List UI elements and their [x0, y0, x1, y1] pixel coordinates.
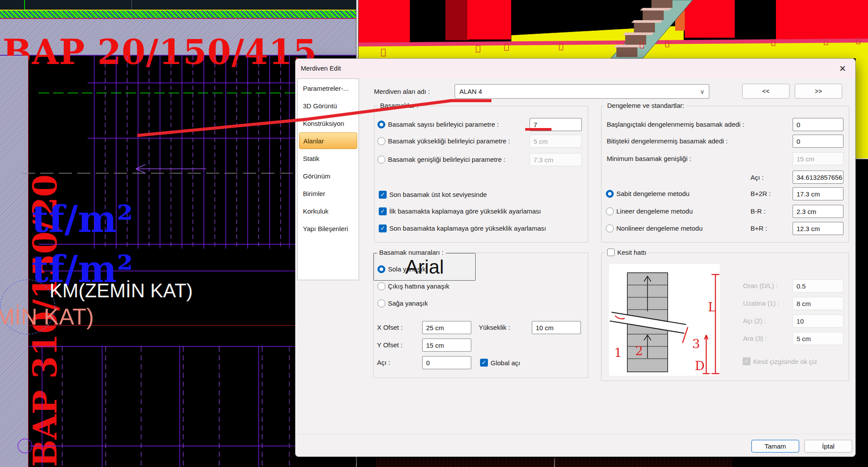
- area-name-label: Merdiven alan adı :: [374, 88, 430, 95]
- dengeleme-method-radio-0[interactable]: [606, 190, 614, 198]
- kesit-param-label-2: Açı (2) :: [743, 317, 766, 324]
- dengeleme-method-radio-2[interactable]: [606, 225, 614, 232]
- cad-gray-vline: [132, 0, 132, 10]
- 3d-column: [776, 0, 868, 39]
- basamak-option-checkbox-0[interactable]: ✓: [379, 191, 387, 199]
- align-radio-2[interactable]: [377, 299, 385, 307]
- dengeleme-dim-field-2[interactable]: 12.3 cm: [793, 222, 843, 235]
- diagram-label-3: 3: [692, 337, 700, 351]
- kesit-param-field-2[interactable]: 10: [793, 314, 843, 328]
- dengeleme-dim-label-1: B-R :: [751, 207, 765, 215]
- prev-area-button[interactable]: <<: [742, 84, 790, 99]
- basamak-option-checkbox-2[interactable]: ✓: [379, 225, 387, 232]
- dengeleme-method-label-1: Lineer dengeleme metodu: [616, 207, 693, 215]
- sidebar-item-birimler[interactable]: Birimler: [299, 185, 357, 202]
- load-label-1: tf/m²: [32, 201, 133, 238]
- sidebar-item-korkuluk[interactable]: Korkuluk: [299, 203, 357, 219]
- align-radio-0[interactable]: [377, 265, 385, 273]
- bottom-divider-line: [356, 457, 357, 467]
- sidebar-item-parametreler-[interactable]: Parametreler-...: [299, 80, 357, 96]
- group-dengeleme-legend: Dengeleme ve standartlar:: [605, 102, 687, 109]
- group-kesit-hatti: Kesit hattı 1 2 3 L D: [601, 253, 849, 381]
- kesit-hatti-label: Kesit hattı: [617, 249, 647, 256]
- numaralar-aci-label: Açı :: [377, 359, 390, 366]
- basamak-param-label-1: Basamak yüksekliği belirleyici parametre…: [388, 137, 510, 145]
- basamak-param-label-0: Basamak sayısı belirleyici parametre :: [388, 121, 499, 128]
- kesit-param-label-1: Uzatma (1) :: [743, 299, 779, 307]
- dengeleme-method-label-0: Sabit dengeleme metodu: [616, 190, 690, 197]
- cad-lavender-band: BAP 20/150/415: [0, 19, 356, 56]
- diagram-label-1: 1: [614, 346, 622, 360]
- sidebar-item-konstr-ksiyon[interactable]: Konstrüksiyon: [299, 115, 357, 132]
- aci-field[interactable]: 34.6132857656: [793, 171, 843, 184]
- group-numaralar-legend: Basamak numaraları :: [377, 249, 446, 256]
- global-aci-label: Global açı: [491, 359, 520, 367]
- align-label-2: Sağa yanaşık: [388, 299, 428, 307]
- basamak-option-checkbox-1[interactable]: ✓: [379, 207, 387, 215]
- cancel-button[interactable]: İptal: [804, 440, 852, 453]
- 3d-column-shaded: [445, 0, 469, 40]
- basamak-param-radio-1[interactable]: [377, 137, 385, 145]
- sidebar-item-3d-g-r-nt-[interactable]: 3D Görüntü: [299, 97, 357, 114]
- basamak-param-field-1[interactable]: 5 cm: [530, 135, 582, 148]
- dengeleme-dim-field-0[interactable]: 17.3 cm: [793, 187, 843, 200]
- 3d-viewport: [359, 0, 868, 58]
- 3d-column: [467, 0, 511, 39]
- cad-green-vline: [24, 0, 25, 10]
- floor-level-label-partial: MİN KAT): [0, 303, 94, 330]
- global-aci-checkbox[interactable]: ✓: [480, 359, 488, 367]
- sidebar-item-g-r-n-m[interactable]: Görünüm: [299, 168, 357, 184]
- dengeleme-counter-label-0: Başlangıçtaki dengelenmemiş basamak aded…: [607, 121, 744, 128]
- align-label-1: Çıkış hattına yanaşık: [388, 282, 449, 290]
- dialog-sidebar: Parametreler-...3D GörüntüKonstrüksiyonA…: [297, 78, 359, 280]
- y-ofset-label: Y Ofset :: [377, 341, 402, 349]
- dengeleme-method-radio-1[interactable]: [606, 207, 614, 215]
- numaralar-aci-field[interactable]: 0: [422, 356, 471, 369]
- y-ofset-field[interactable]: 15 cm: [422, 339, 471, 352]
- dialog-titlebar[interactable]: Merdiven Edit ✕: [295, 59, 855, 78]
- basamak-option-label-2: Son basamakta kaplamaya göre yükseklik a…: [389, 225, 546, 232]
- 3d-column: [685, 0, 735, 38]
- dengeleme-dim-field-1[interactable]: 2.3 cm: [793, 205, 843, 218]
- x-ofset-field[interactable]: 25 cm: [422, 321, 471, 334]
- group-basamaklar-legend: Basamaklar :: [378, 102, 421, 109]
- group-kesit-legend: Kesit hattı: [605, 249, 649, 256]
- sidebar-item-alanlar[interactable]: Alanlar: [299, 132, 357, 149]
- dengeleme-counter-field-2[interactable]: 15 cm: [793, 152, 843, 165]
- kesit-param-label-0: Oran (D/L) :: [743, 282, 778, 289]
- diagram-label-2: 2: [635, 344, 643, 358]
- kesit-param-field-1[interactable]: 8 cm: [793, 297, 843, 310]
- basamak-option-label-0: Son basamak üst kot seviyesinde: [389, 191, 487, 198]
- chevron-down-icon: ∨: [700, 88, 704, 95]
- basamak-param-radio-0[interactable]: [377, 121, 385, 128]
- dialog-title: Merdiven Edit: [301, 64, 341, 72]
- area-name-combobox[interactable]: ALAN 4 ∨: [455, 84, 709, 99]
- yukseklik-label: Yükseklik :: [479, 324, 510, 331]
- floor-level-label: KM(ZEMİN KAT): [50, 280, 193, 302]
- ok-button[interactable]: Tamam: [751, 440, 799, 453]
- dengeleme-counter-field-1[interactable]: 0: [793, 135, 843, 148]
- bottom-divider-line: [554, 458, 555, 467]
- merdiven-edit-dialog: Merdiven Edit ✕ Parametreler-...3D Görün…: [295, 58, 856, 457]
- basamak-param-label-2: Basamak genişliği belirleyici parametre …: [388, 156, 505, 163]
- 3d-column: [359, 0, 410, 43]
- align-radio-1[interactable]: [377, 282, 385, 290]
- kesit-hatti-checkbox[interactable]: [607, 249, 615, 256]
- align-label-0: Sola yanaşık: [388, 265, 426, 273]
- area-name-value: ALAN 4: [459, 88, 482, 95]
- next-area-button[interactable]: >>: [795, 84, 842, 99]
- basamak-param-radio-2[interactable]: [377, 156, 385, 164]
- kesit-param-field-0[interactable]: 0.5: [793, 279, 843, 292]
- kesit-param-label-3: Ara (3) :: [743, 335, 767, 342]
- basamak-option-label-1: İlk basamakta kaplamaya göre yükseklik a…: [389, 207, 541, 215]
- kesit-param-field-3[interactable]: 5 cm: [793, 332, 843, 345]
- close-icon[interactable]: ✕: [836, 62, 850, 75]
- basamak-param-field-0[interactable]: 7: [530, 118, 582, 131]
- sidebar-item-yap-bile-enleri[interactable]: Yapı Bileşenleri: [299, 220, 357, 237]
- 3d-floor-right-strip: [856, 58, 868, 158]
- yukseklik-field[interactable]: 10 cm: [532, 321, 581, 334]
- basamak-param-field-2[interactable]: 7.3 cm: [530, 153, 582, 166]
- sidebar-item-statik[interactable]: Statik: [299, 150, 357, 167]
- dengeleme-counter-field-0[interactable]: 0: [793, 118, 843, 131]
- ok-ciz-label: Kesit çizgisinde ok çiz: [753, 358, 817, 365]
